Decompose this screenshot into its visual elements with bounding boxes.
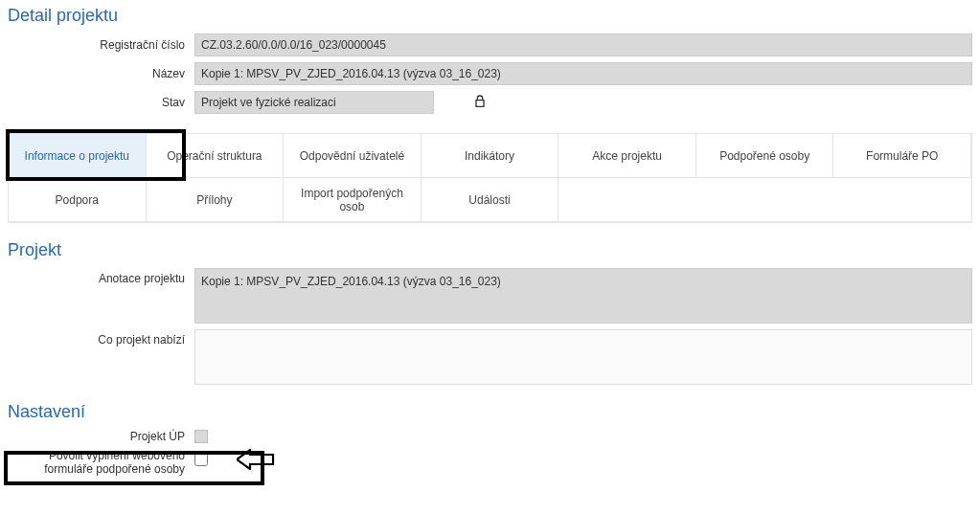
row-webform-enable: Povolit vyplnění webového formuláře podp…: [8, 449, 972, 477]
arrow-left-icon: [237, 449, 275, 470]
row-offers: Co projekt nabízí: [8, 329, 972, 385]
tabs-container: Informace o projektu Operační struktura …: [8, 133, 972, 223]
input-reg-number: [194, 34, 972, 56]
input-state: [194, 91, 434, 114]
tab-operacni-struktura[interactable]: Operační struktura: [147, 134, 285, 178]
tab-empty-2: [696, 178, 834, 222]
checkbox-webform-enable[interactable]: [194, 453, 208, 466]
tab-empty-1: [558, 178, 696, 222]
tab-podpora[interactable]: Podpora: [9, 178, 147, 222]
tab-empty-3: [833, 178, 971, 222]
textarea-offers[interactable]: [194, 329, 972, 385]
project-title: Projekt: [8, 240, 972, 260]
tab-formulare-po[interactable]: Formuláře PO: [833, 134, 971, 178]
tab-odpovedni-uzivatele[interactable]: Odpovědní uživatelé: [284, 134, 422, 178]
row-reg-number: Registrační číslo: [8, 34, 972, 56]
label-webform-enable: Povolit vyplnění webového formuláře podp…: [8, 449, 194, 477]
checkbox-project-up: [194, 430, 208, 443]
tab-import-osob[interactable]: Import podpořených osob: [284, 178, 422, 222]
row-project-up: Projekt ÚP: [8, 430, 972, 443]
row-annotation: Anotace projektu: [8, 268, 972, 324]
svg-marker-0: [237, 450, 273, 469]
label-reg-number: Registrační číslo: [8, 38, 194, 52]
tab-prilohy[interactable]: Přílohy: [147, 178, 285, 222]
tab-informace-o-projektu[interactable]: Informace o projektu: [9, 134, 147, 178]
tab-akce-projektu[interactable]: Akce projektu: [558, 134, 696, 178]
lock-icon: [472, 94, 488, 112]
label-project-up: Projekt ÚP: [8, 430, 194, 443]
tab-indikatory[interactable]: Indikátory: [422, 134, 559, 178]
label-annotation: Anotace projektu: [8, 268, 194, 285]
row-state: Stav: [8, 91, 972, 114]
label-name: Název: [8, 67, 194, 80]
textarea-annotation: [194, 268, 972, 324]
tab-udalosti[interactable]: Události: [422, 178, 559, 222]
tab-podporene-osoby[interactable]: Podpořené osoby: [696, 134, 834, 178]
label-offers: Co projekt nabízí: [8, 329, 194, 346]
label-state: Stav: [8, 96, 194, 109]
detail-title: Detail projektu: [8, 6, 972, 26]
input-name: [194, 62, 972, 85]
row-name: Název: [8, 62, 972, 85]
settings-title: Nastavení: [8, 402, 972, 422]
